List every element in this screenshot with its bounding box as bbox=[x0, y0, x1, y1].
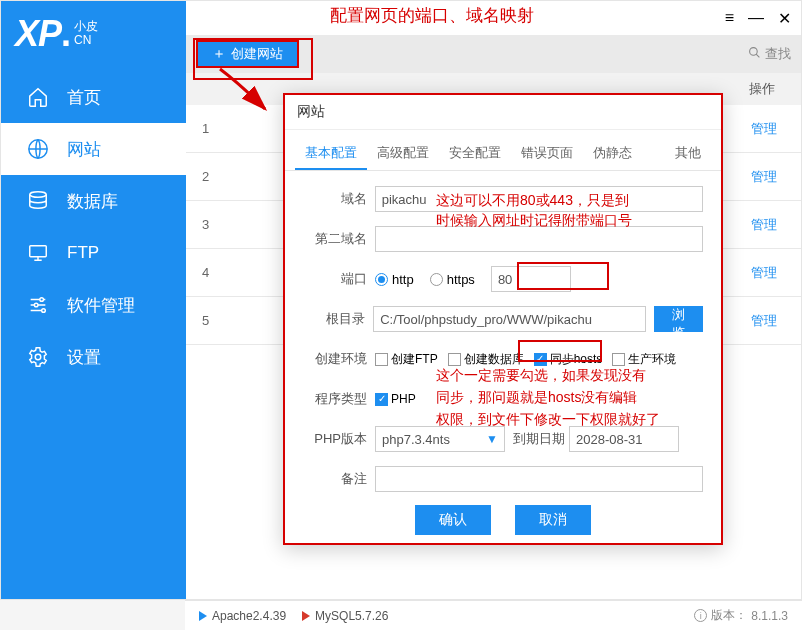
radio-http[interactable]: http bbox=[375, 272, 414, 287]
nav-website[interactable]: 网站 bbox=[1, 123, 186, 175]
create-site-modal: 网站 基本配置 高级配置 安全配置 错误页面 伪静态 其他 域名 第二域名 端口… bbox=[283, 93, 723, 545]
toolbar: ＋ 创建网站 查找 bbox=[186, 35, 801, 73]
cb-php-label: PHP bbox=[391, 392, 416, 406]
menu-icon[interactable]: ≡ bbox=[725, 9, 734, 27]
cb-hosts[interactable]: 同步hosts bbox=[534, 351, 603, 368]
root-input[interactable] bbox=[373, 306, 646, 332]
version-label: 版本： bbox=[711, 607, 747, 624]
search-button[interactable]: 查找 bbox=[748, 45, 791, 63]
label-expire: 到期日期 bbox=[513, 430, 565, 448]
radio-https-label: https bbox=[447, 272, 475, 287]
tab-other[interactable]: 其他 bbox=[665, 138, 711, 170]
close-icon[interactable]: ✕ bbox=[778, 9, 791, 28]
label-domain2: 第二域名 bbox=[303, 230, 367, 248]
radio-https[interactable]: https bbox=[430, 272, 475, 287]
nav-settings[interactable]: 设置 bbox=[1, 331, 186, 383]
row-num: 2 bbox=[202, 169, 232, 184]
label-root: 根目录 bbox=[303, 310, 365, 328]
sidebar: XP . 小皮 CN 首页 网站 数据库 FTP bbox=[1, 1, 186, 599]
label-env: 创建环境 bbox=[303, 350, 367, 368]
label-remark: 备注 bbox=[303, 470, 367, 488]
monitor-icon bbox=[27, 242, 49, 264]
ops-header: 操作 bbox=[749, 80, 775, 98]
label-type: 程序类型 bbox=[303, 390, 367, 408]
plus-icon: ＋ bbox=[212, 45, 226, 63]
version: i版本：8.1.1.3 bbox=[694, 607, 788, 624]
manage-link[interactable]: 管理 bbox=[751, 264, 777, 282]
svg-rect-2 bbox=[30, 246, 47, 257]
row-num: 4 bbox=[202, 265, 232, 280]
minimize-icon[interactable]: — bbox=[748, 9, 764, 27]
cancel-button[interactable]: 取消 bbox=[515, 505, 591, 535]
mysql-label: MySQL5.7.26 bbox=[315, 609, 388, 623]
cb-ftp[interactable]: 创建FTP bbox=[375, 351, 438, 368]
create-site-button[interactable]: ＋ 创建网站 bbox=[196, 40, 299, 68]
row-num: 3 bbox=[202, 217, 232, 232]
logo: XP . 小皮 CN bbox=[1, 1, 186, 61]
browse-button[interactable]: 浏览 bbox=[654, 306, 703, 332]
cb-db-label: 创建数据库 bbox=[464, 351, 524, 368]
ok-button[interactable]: 确认 bbox=[415, 505, 491, 535]
nav-home[interactable]: 首页 bbox=[1, 71, 186, 123]
service-mysql[interactable]: MySQL5.7.26 bbox=[302, 609, 388, 623]
manage-link[interactable]: 管理 bbox=[751, 168, 777, 186]
label-domain: 域名 bbox=[303, 190, 367, 208]
tab-rewrite[interactable]: 伪静态 bbox=[583, 138, 642, 170]
nav: 首页 网站 数据库 FTP 软件管理 设置 bbox=[1, 71, 186, 383]
nav-ftp[interactable]: FTP bbox=[1, 227, 186, 279]
cb-ftp-label: 创建FTP bbox=[391, 351, 438, 368]
tab-error[interactable]: 错误页面 bbox=[511, 138, 583, 170]
cb-prod[interactable]: 生产环境 bbox=[612, 351, 676, 368]
logo-sub: 小皮 CN bbox=[74, 19, 98, 47]
cb-php[interactable]: PHP bbox=[375, 392, 416, 406]
svg-point-5 bbox=[42, 309, 46, 313]
sliders-icon bbox=[27, 294, 49, 316]
svg-point-4 bbox=[34, 303, 38, 307]
label-phpver: PHP版本 bbox=[303, 430, 367, 448]
manage-link[interactable]: 管理 bbox=[751, 216, 777, 234]
domain-input[interactable] bbox=[375, 186, 703, 212]
nav-database[interactable]: 数据库 bbox=[1, 175, 186, 227]
nav-software[interactable]: 软件管理 bbox=[1, 279, 186, 331]
manage-link[interactable]: 管理 bbox=[751, 120, 777, 138]
label-port: 端口 bbox=[303, 270, 367, 288]
logo-dot: . bbox=[61, 13, 71, 55]
database-icon bbox=[27, 190, 49, 212]
port-input[interactable] bbox=[491, 266, 571, 292]
nav-label: 网站 bbox=[67, 138, 101, 161]
tab-security[interactable]: 安全配置 bbox=[439, 138, 511, 170]
expire-input[interactable] bbox=[569, 426, 679, 452]
manage-link[interactable]: 管理 bbox=[751, 312, 777, 330]
domain2-input[interactable] bbox=[375, 226, 703, 252]
remark-input[interactable] bbox=[375, 466, 703, 492]
nav-label: 数据库 bbox=[67, 190, 118, 213]
home-icon bbox=[27, 86, 49, 108]
globe-icon bbox=[27, 138, 49, 160]
nav-label: 首页 bbox=[67, 86, 101, 109]
search-icon bbox=[748, 46, 761, 62]
annotation-top: 配置网页的端口、域名映射 bbox=[330, 4, 534, 27]
tab-basic[interactable]: 基本配置 bbox=[295, 138, 367, 170]
nav-label: 软件管理 bbox=[67, 294, 135, 317]
svg-point-7 bbox=[750, 48, 758, 56]
tab-advanced[interactable]: 高级配置 bbox=[367, 138, 439, 170]
svg-point-3 bbox=[40, 298, 44, 302]
apache-label: Apache2.4.39 bbox=[212, 609, 286, 623]
service-apache[interactable]: Apache2.4.39 bbox=[199, 609, 286, 623]
cb-hosts-label: 同步hosts bbox=[550, 351, 603, 368]
nav-label: 设置 bbox=[67, 346, 101, 369]
modal-tabs: 基本配置 高级配置 安全配置 错误页面 伪静态 其他 bbox=[285, 130, 721, 171]
create-site-label: 创建网站 bbox=[231, 45, 283, 63]
logo-small-top: 小皮 bbox=[74, 19, 98, 33]
cb-db[interactable]: 创建数据库 bbox=[448, 351, 524, 368]
search-label: 查找 bbox=[765, 45, 791, 63]
chevron-down-icon: ▼ bbox=[486, 432, 498, 446]
play-icon bbox=[199, 611, 207, 621]
logo-xp: XP bbox=[15, 13, 61, 55]
phpver-select[interactable]: php7.3.4nts▼ bbox=[375, 426, 505, 452]
form: 域名 第二域名 端口 http https 根目录 浏览 创建环境 创建FTP … bbox=[285, 171, 721, 545]
stop-icon bbox=[302, 611, 310, 621]
modal-title: 网站 bbox=[285, 95, 721, 130]
svg-point-6 bbox=[35, 354, 41, 360]
status-bar: Apache2.4.39 MySQL5.7.26 i版本：8.1.1.3 bbox=[185, 600, 802, 630]
